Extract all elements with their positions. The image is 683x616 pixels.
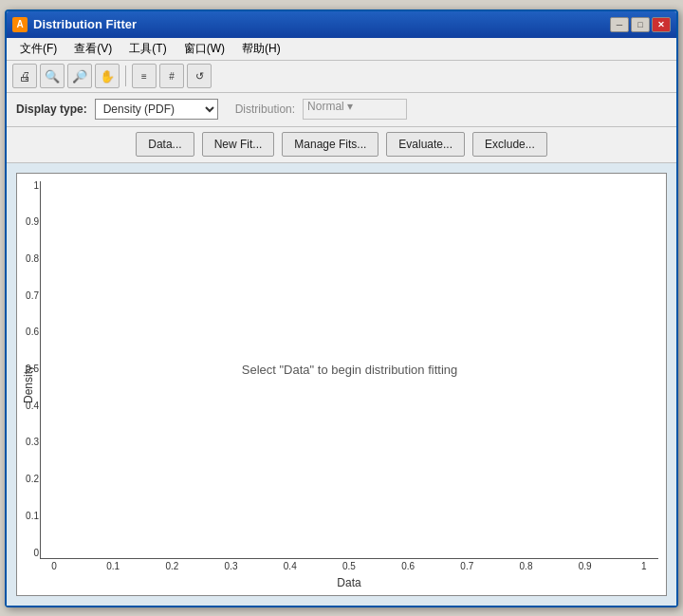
menu-file[interactable]: 文件(F): [12, 39, 65, 59]
minimize-button[interactable]: ─: [610, 17, 629, 32]
main-window: A Distribution Fitter ─ □ ✕ 文件(F) 查看(V) …: [5, 9, 678, 607]
y-tick: 1: [12, 181, 39, 191]
x-tick: 0.4: [276, 561, 305, 574]
buttons-row: Data... New Fit... Manage Fits... Evalua…: [7, 127, 676, 163]
chart-plot: 0 0.1 0.2 0.3 0.4 0.5 0.6 0.7 0.8 0.9 1 …: [40, 181, 658, 559]
distribution-label: Distribution:: [235, 103, 295, 116]
x-tick: 1: [630, 561, 658, 574]
zoom-out-button[interactable]: 🔎: [67, 64, 92, 88]
x-tick: 0.7: [452, 561, 481, 574]
x-tick: 0.6: [394, 561, 422, 574]
new-fit-button[interactable]: New Fit...: [202, 132, 275, 157]
x-ticks-row: 0 0.1 0.2 0.3 0.4 0.5 0.6 0.7 0.8 0.9 1: [40, 559, 658, 574]
y-tick: 0.7: [12, 291, 39, 301]
menubar: 文件(F) 查看(V) 工具(T) 窗口(W) 帮助(H): [7, 38, 676, 61]
close-button[interactable]: ✕: [652, 17, 671, 32]
toolbar: 🖨 🔍 🔎 ✋ ≡ # ↺: [7, 61, 676, 93]
y-tick: 0.5: [12, 364, 39, 374]
zoom-in-button[interactable]: 🔍: [40, 64, 65, 88]
menu-tools[interactable]: 工具(T): [121, 39, 174, 59]
y-tick: 0.9: [12, 217, 39, 227]
toolbar-separator: [125, 65, 126, 86]
titlebar-buttons: ─ □ ✕: [610, 17, 671, 32]
menu-help[interactable]: 帮助(H): [234, 39, 288, 59]
x-tick: 0.8: [512, 561, 541, 574]
y-tick: 0: [12, 549, 39, 558]
controls-row: Display type: Density (PDF) Distribution…: [7, 93, 676, 127]
distribution-select: Normal ▾: [303, 99, 407, 120]
x-tick: 0: [40, 561, 68, 574]
y-tick: 0.3: [12, 438, 39, 447]
x-tick: 0.1: [99, 561, 127, 574]
x-tick: 0.9: [571, 561, 600, 574]
chart-container: Density 0 0.1 0.2 0.3 0.4 0.5 0.6 0.7 0.…: [16, 173, 667, 596]
titlebar-left: A Distribution Fitter: [12, 17, 137, 32]
x-tick: 0.3: [217, 561, 246, 574]
y-ticks: 0 0.1 0.2 0.3 0.4 0.5 0.6 0.7 0.8 0.9 1: [12, 181, 39, 558]
y-tick: 0.1: [12, 512, 39, 521]
grid-button[interactable]: #: [159, 64, 184, 88]
x-axis-label: Data: [40, 574, 658, 591]
chart-inner: 0 0.1 0.2 0.3 0.4 0.5 0.6 0.7 0.8 0.9 1 …: [40, 174, 666, 595]
maximize-button[interactable]: □: [631, 17, 650, 32]
print-button[interactable]: 🖨: [12, 64, 37, 88]
legend-button[interactable]: ≡: [132, 64, 157, 88]
exclude-button[interactable]: Exclude...: [472, 132, 547, 157]
titlebar: A Distribution Fitter ─ □ ✕: [7, 11, 676, 38]
plot-area: Density 0 0.1 0.2 0.3 0.4 0.5 0.6 0.7 0.…: [7, 163, 676, 606]
pan-button[interactable]: ✋: [95, 64, 120, 88]
x-tick: 0.5: [335, 561, 363, 574]
refresh-button[interactable]: ↺: [187, 64, 212, 88]
data-button[interactable]: Data...: [136, 132, 194, 157]
y-tick: 0.2: [12, 475, 39, 484]
display-type-label: Display type:: [16, 103, 87, 116]
app-icon: A: [12, 17, 28, 32]
y-tick: 0.4: [12, 401, 39, 411]
menu-window[interactable]: 窗口(W): [176, 39, 232, 59]
y-tick: 0.8: [12, 254, 39, 264]
evaluate-button[interactable]: Evaluate...: [386, 132, 465, 157]
chart-empty-text: Select "Data" to begin distribution fitt…: [242, 363, 457, 377]
display-type-select[interactable]: Density (PDF): [95, 99, 218, 120]
manage-fits-button[interactable]: Manage Fits...: [282, 132, 378, 157]
y-tick: 0.6: [12, 327, 39, 337]
window-title: Distribution Fitter: [33, 17, 137, 31]
x-tick: 0.2: [157, 561, 186, 574]
menu-view[interactable]: 查看(V): [66, 39, 120, 59]
